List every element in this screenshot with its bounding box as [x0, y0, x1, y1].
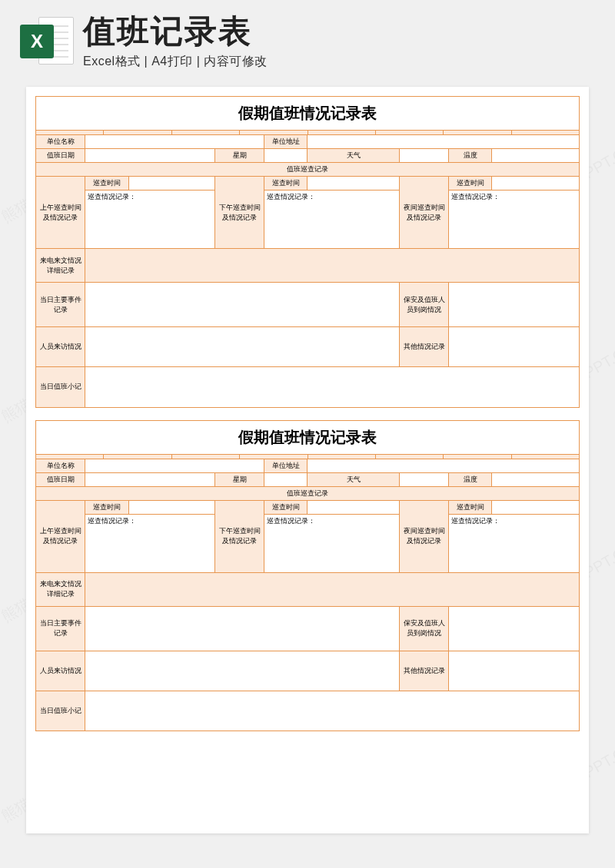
excel-icon-letter: X — [20, 25, 54, 58]
diary-value — [85, 691, 579, 731]
unit-addr-label: 单位地址 — [264, 135, 307, 149]
patrol-section-header: 值班巡查记录 — [36, 486, 579, 500]
call-doc-label: 来电来文情况详细记录 — [36, 249, 85, 283]
unit-name-value — [85, 135, 264, 149]
patrol-section-header: 值班巡查记录 — [36, 163, 579, 177]
unit-addr-value — [308, 459, 579, 473]
unit-row: 单位名称 单位地址 — [36, 135, 579, 149]
patrol-time-label: 巡查时间 — [85, 177, 128, 190]
main-event-label: 当日主要事件记录 — [36, 283, 85, 327]
patrol-record-row: 巡查情况记录： 巡查情况记录： 巡查情况记录： — [36, 190, 579, 249]
visitor-row: 人员来访情况 其他情况记录 — [36, 651, 579, 691]
patrol-time-label: 巡查时间 — [264, 500, 307, 514]
patrol-time-label: 巡查时间 — [264, 177, 307, 190]
patrol-time-row: 上午巡查时间及情况记录 巡查时间 下午巡查时间及情况记录 巡查时间 夜间巡查时间… — [36, 177, 579, 190]
other-value — [449, 651, 580, 691]
main-event-label: 当日主要事件记录 — [36, 606, 85, 651]
afternoon-patrol-label: 下午巡查时间及情况记录 — [215, 177, 264, 249]
date-value — [85, 149, 215, 163]
weather-label: 天气 — [308, 149, 400, 163]
visitor-label: 人员来访情况 — [36, 327, 85, 367]
week-value — [264, 149, 307, 163]
visitor-value — [85, 327, 400, 367]
main-event-row: 当日主要事件记录 保安及值班人员到岗情况 — [36, 283, 579, 327]
weather-label: 天气 — [308, 472, 400, 486]
diary-row: 当日值班小记 — [36, 691, 579, 731]
weather-value — [400, 472, 449, 486]
afternoon-record-value: 巡查情况记录： — [264, 514, 399, 572]
date-label: 值班日期 — [36, 472, 85, 486]
diary-label: 当日值班小记 — [36, 691, 85, 731]
patrol-record-row: 巡查情况记录： 巡查情况记录： 巡查情况记录： — [36, 514, 579, 572]
unit-row: 单位名称 单位地址 — [36, 459, 579, 473]
security-value — [449, 606, 580, 651]
patrol-time-label: 巡查时间 — [85, 500, 128, 514]
week-value — [264, 472, 307, 486]
document-preview: 假期值班情况记录表 单位名称 单位地址 值班日期 星期 天气 — [26, 87, 589, 833]
weather-value — [400, 149, 449, 163]
diary-label: 当日值班小记 — [36, 367, 85, 407]
afternoon-record-value: 巡查情况记录： — [264, 190, 399, 249]
call-doc-value — [85, 572, 579, 606]
visitor-row: 人员来访情况 其他情况记录 — [36, 327, 579, 367]
duty-form-2: 假期值班情况记录表 单位名称 单位地址 值班日期 星期 天气 — [35, 420, 580, 732]
security-label: 保安及值班人员到岗情况 — [400, 606, 449, 651]
security-label: 保安及值班人员到岗情况 — [400, 283, 449, 327]
temp-value — [492, 472, 579, 486]
afternoon-patrol-label: 下午巡查时间及情况记录 — [215, 500, 264, 572]
visitor-label: 人员来访情况 — [36, 651, 85, 691]
night-patrol-label: 夜间巡查时间及情况记录 — [400, 500, 449, 572]
page-subtitle: Excel格式 | A4打印 | 内容可修改 — [83, 54, 268, 70]
night-record-value: 巡查情况记录： — [449, 514, 580, 572]
form-title: 假期值班情况记录表 — [36, 421, 579, 455]
main-event-row: 当日主要事件记录 保安及值班人员到岗情况 — [36, 606, 579, 651]
afternoon-time-value — [308, 177, 400, 190]
morning-patrol-label: 上午巡查时间及情况记录 — [36, 177, 85, 249]
morning-patrol-label: 上午巡查时间及情况记录 — [36, 500, 85, 572]
date-value — [85, 472, 215, 486]
patrol-time-row: 上午巡查时间及情况记录 巡查时间 下午巡查时间及情况记录 巡查时间 夜间巡查时间… — [36, 500, 579, 514]
week-label: 星期 — [215, 149, 264, 163]
temp-value — [492, 149, 579, 163]
date-row: 值班日期 星期 天气 温度 — [36, 149, 579, 163]
night-record-value: 巡查情况记录： — [449, 190, 580, 249]
call-doc-row: 来电来文情况详细记录 — [36, 249, 579, 283]
temp-label: 温度 — [449, 472, 492, 486]
page-title: 值班记录表 — [83, 15, 268, 48]
patrol-time-label: 巡查时间 — [449, 177, 492, 190]
form-title: 假期值班情况记录表 — [36, 97, 579, 131]
call-doc-row: 来电来文情况详细记录 — [36, 572, 579, 606]
temp-label: 温度 — [449, 149, 492, 163]
morning-time-value — [128, 177, 215, 190]
page-header: X 值班记录表 Excel格式 | A4打印 | 内容可修改 — [0, 0, 615, 78]
unit-addr-value — [308, 135, 579, 149]
unit-name-value — [85, 459, 264, 473]
night-time-value — [492, 177, 579, 190]
week-label: 星期 — [215, 472, 264, 486]
excel-icon: X — [20, 15, 74, 69]
other-label: 其他情况记录 — [400, 327, 449, 367]
date-label: 值班日期 — [36, 149, 85, 163]
diary-value — [85, 367, 579, 407]
night-patrol-label: 夜间巡查时间及情况记录 — [400, 177, 449, 249]
morning-record-value: 巡查情况记录： — [85, 514, 215, 572]
date-row: 值班日期 星期 天气 温度 — [36, 472, 579, 486]
security-value — [449, 283, 580, 327]
afternoon-time-value — [308, 500, 400, 514]
unit-addr-label: 单位地址 — [264, 459, 307, 473]
morning-time-value — [128, 500, 215, 514]
visitor-value — [85, 651, 400, 691]
call-doc-label: 来电来文情况详细记录 — [36, 572, 85, 606]
other-label: 其他情况记录 — [400, 651, 449, 691]
diary-row: 当日值班小记 — [36, 367, 579, 407]
main-event-value — [85, 606, 400, 651]
unit-name-label: 单位名称 — [36, 135, 85, 149]
main-event-value — [85, 283, 400, 327]
night-time-value — [492, 500, 579, 514]
morning-record-value: 巡查情况记录： — [85, 190, 215, 249]
duty-form-1: 假期值班情况记录表 单位名称 单位地址 值班日期 星期 天气 — [35, 96, 580, 408]
other-value — [449, 327, 580, 367]
patrol-time-label: 巡查时间 — [449, 500, 492, 514]
call-doc-value — [85, 249, 579, 283]
unit-name-label: 单位名称 — [36, 459, 85, 473]
